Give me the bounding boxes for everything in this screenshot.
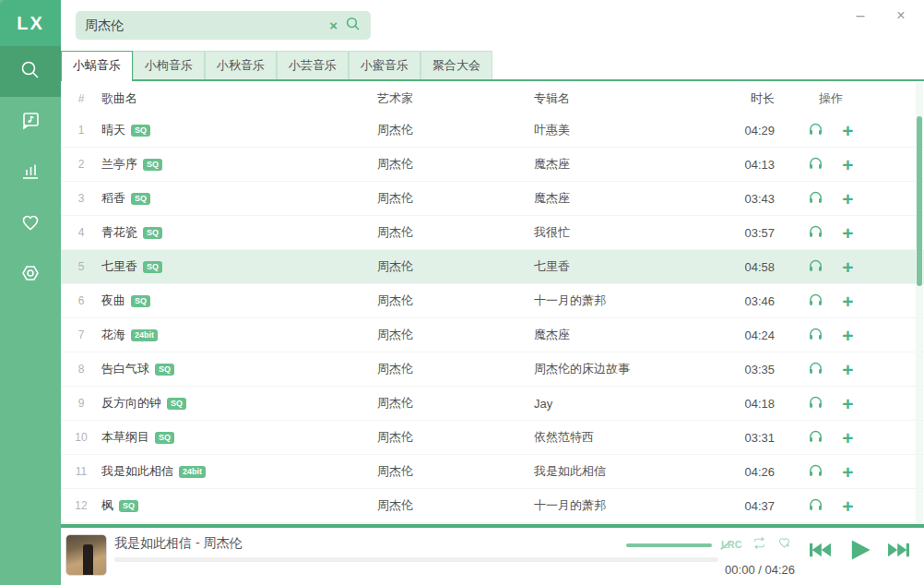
table-row[interactable]: 6 夜曲 SQ 周杰伦 十一月的萧邦 03:46 + (61, 284, 924, 318)
add-to-playlist-button[interactable]: + (842, 394, 853, 413)
song-title: 晴天 (101, 122, 125, 138)
listen-button[interactable] (808, 155, 823, 173)
album-cell: 七里香 (534, 258, 714, 275)
listen-button[interactable] (808, 394, 823, 412)
listen-button[interactable] (808, 462, 823, 481)
table-row[interactable]: 4 青花瓷 SQ 周杰伦 我很忙 03:57 + (61, 216, 924, 250)
album-cell: 魔杰座 (534, 327, 714, 343)
table-row[interactable]: 10 本草纲目 SQ 周杰伦 依然范特西 03:31 + (61, 421, 924, 455)
search-submit-button[interactable] (345, 16, 361, 36)
row-actions: + (780, 428, 882, 448)
add-to-playlist-button[interactable]: + (842, 326, 853, 345)
topbar: × – × (61, 0, 924, 51)
listen-button[interactable] (808, 496, 823, 515)
lyrics-toggle-icon[interactable]: LRC (721, 539, 742, 550)
previous-button[interactable] (808, 540, 832, 560)
headphone-icon (808, 155, 823, 173)
chart-icon (19, 161, 41, 186)
listen-button[interactable] (808, 360, 823, 378)
add-to-playlist-button[interactable]: + (842, 496, 853, 516)
scrollbar-thumb[interactable] (917, 116, 922, 286)
listen-button[interactable] (808, 189, 823, 208)
search-box[interactable]: × (76, 11, 371, 40)
listen-button[interactable] (808, 121, 823, 139)
header-song-name: 歌曲名 (101, 90, 377, 107)
headphone-icon (808, 292, 823, 310)
headphone-icon (808, 394, 823, 412)
source-tab-小芸音乐[interactable]: 小芸音乐 (277, 51, 349, 79)
table-row[interactable]: 8 告白气球 SQ 周杰伦 周杰伦的床边故事 03:35 + (61, 352, 924, 387)
quality-badge: SQ (131, 125, 150, 137)
artist-cell: 周杰伦 (377, 156, 534, 173)
row-index: 2 (61, 158, 101, 171)
close-button[interactable]: × (891, 6, 911, 26)
sidebar-item-settings[interactable] (0, 249, 61, 300)
row-index: 10 (61, 431, 101, 444)
listen-button[interactable] (808, 428, 823, 447)
quality-badge: 24bit (131, 329, 158, 341)
table-row[interactable]: 1 晴天 SQ 周杰伦 叶惠美 04:29 + (61, 113, 924, 148)
add-to-playlist-button[interactable]: + (842, 360, 853, 379)
app-logo: LX (0, 0, 61, 46)
add-to-playlist-button[interactable]: + (842, 155, 853, 174)
listen-button[interactable] (808, 223, 823, 242)
source-tab-小蜗音乐[interactable]: 小蜗音乐 (61, 51, 133, 79)
add-to-playlist-button[interactable]: + (842, 189, 853, 209)
listen-button[interactable] (808, 326, 823, 344)
table-row[interactable]: 9 反方向的钟 SQ 周杰伦 Jay 04:18 + (61, 387, 924, 421)
volume-slider[interactable] (626, 543, 712, 547)
table-row[interactable]: 5 七里香 SQ 周杰伦 七里香 04:58 + (61, 250, 924, 284)
add-to-playlist-button[interactable]: + (842, 292, 853, 311)
minimize-button[interactable]: – (850, 6, 871, 26)
sidebar-item-leaderboard[interactable] (0, 148, 61, 198)
song-title: 枫 (101, 497, 113, 514)
album-cell: 依然范特西 (534, 429, 714, 446)
row-index: 5 (61, 260, 101, 273)
add-to-playlist-button[interactable]: + (842, 257, 853, 277)
add-to-playlist-button[interactable]: + (842, 223, 853, 243)
table-scrollbar[interactable] (916, 83, 923, 524)
sidebar-item-search[interactable] (0, 46, 61, 97)
album-cell: 魔杰座 (534, 190, 714, 207)
love-song-icon[interactable] (776, 535, 792, 554)
header-index: # (61, 92, 101, 105)
headphone-icon (808, 223, 823, 242)
progress-bar[interactable] (114, 557, 718, 562)
quality-badge: SQ (155, 364, 174, 376)
album-art[interactable] (65, 534, 107, 576)
table-row[interactable]: 11 我是如此相信 24bit 周杰伦 我是如此相信 04:26 + (61, 455, 924, 489)
headphone-icon (808, 121, 823, 139)
song-name-cell: 夜曲 SQ (101, 292, 377, 309)
source-tab-小枸音乐[interactable]: 小枸音乐 (133, 51, 205, 79)
song-name-cell: 稻香 SQ (101, 190, 377, 207)
album-cell: Jay (534, 397, 714, 411)
listen-button[interactable] (808, 257, 823, 276)
source-tab-聚合大会[interactable]: 聚合大会 (421, 51, 492, 79)
table-row[interactable]: 12 枫 SQ 周杰伦 十一月的萧邦 04:37 + (61, 489, 924, 523)
play-button[interactable] (847, 537, 872, 563)
search-input[interactable] (85, 18, 322, 33)
row-actions: + (780, 155, 882, 174)
source-tab-小秋音乐[interactable]: 小秋音乐 (205, 51, 277, 79)
album-cell: 叶惠美 (534, 122, 714, 138)
next-button[interactable] (887, 540, 911, 560)
heart-icon (19, 211, 41, 237)
album-cell: 十一月的萧邦 (534, 292, 714, 309)
add-to-playlist-button[interactable]: + (842, 428, 853, 448)
table-row[interactable]: 7 花海 24bit 周杰伦 魔杰座 04:24 + (61, 318, 924, 352)
song-name-cell: 我是如此相信 24bit (101, 463, 377, 480)
table-row[interactable]: 3 稻香 SQ 周杰伦 魔杰座 03:43 + (61, 182, 924, 216)
listen-button[interactable] (808, 292, 823, 310)
quality-badge: 24bit (179, 466, 206, 478)
clear-search-icon[interactable]: × (322, 18, 345, 33)
source-tab-小蜜音乐[interactable]: 小蜜音乐 (349, 51, 421, 79)
song-title: 夜曲 (101, 292, 125, 309)
add-to-playlist-button[interactable]: + (842, 462, 853, 482)
play-mode-loop-icon[interactable] (752, 536, 767, 554)
table-row[interactable]: 2 兰亭序 SQ 周杰伦 魔杰座 04:13 + (61, 148, 924, 182)
sidebar-item-songlist[interactable] (0, 97, 61, 148)
sidebar-item-favorites[interactable] (0, 198, 61, 249)
row-index: 11 (61, 465, 101, 478)
add-to-playlist-button[interactable]: + (842, 121, 853, 140)
quality-badge: SQ (155, 432, 174, 444)
